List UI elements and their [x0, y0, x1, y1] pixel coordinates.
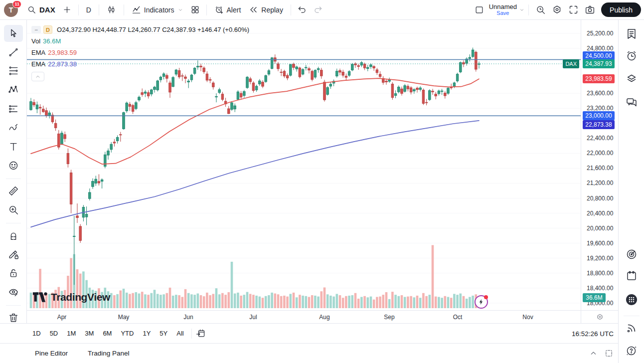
go-to-date-icon [196, 329, 205, 338]
volume-bar [246, 292, 249, 308]
sidebar-screener-button[interactable] [623, 245, 641, 263]
volume-bar [200, 295, 202, 308]
measure-tool[interactable] [4, 182, 23, 199]
save-link[interactable]: Save [496, 10, 509, 16]
magnet-tool[interactable] [4, 227, 23, 244]
compare-add-symbol-button[interactable] [59, 2, 75, 17]
redo-button[interactable] [310, 2, 325, 17]
forecast-tool[interactable] [4, 101, 23, 118]
chart-style-button[interactable] [103, 2, 120, 17]
publish-button[interactable]: Publish [601, 2, 641, 17]
fullscreen-button[interactable] [565, 2, 582, 17]
volume-bar [385, 292, 388, 308]
sidebar-chat-button[interactable] [623, 93, 641, 111]
candle-body [221, 94, 224, 100]
volume-bar [221, 293, 224, 308]
interval-label: D [86, 6, 91, 14]
volume-bar [422, 293, 425, 308]
replay-button[interactable]: Replay [245, 2, 287, 17]
time-axis[interactable]: AprMayJunJulAugSepOctNov [27, 310, 581, 323]
range-button-1m[interactable]: 1M [63, 328, 79, 339]
time-axis-label: May [118, 314, 130, 321]
undo-button[interactable] [295, 2, 310, 17]
range-button-1y[interactable]: 1Y [139, 328, 154, 339]
pattern-tool[interactable] [4, 81, 23, 98]
candle-body [268, 71, 270, 74]
timezone-clock[interactable]: 16:52:26 UTC [572, 330, 614, 337]
trading-panel-tab[interactable]: Trading Panel [84, 347, 134, 360]
volume-bar [438, 297, 440, 308]
candle-body [413, 89, 416, 91]
candle-body [135, 103, 138, 109]
trend-line-tool[interactable] [4, 44, 23, 61]
chart-settings-button[interactable] [549, 2, 565, 17]
sidebar-calendar-button[interactable] [623, 267, 641, 285]
alert-button[interactable]: Alert [210, 2, 245, 17]
volume-bar [166, 293, 168, 308]
lightning-boost-button[interactable] [475, 295, 488, 309]
legend-ema-slow-row[interactable]: EMA 22,873.38 [31, 58, 249, 70]
range-button-5y[interactable]: 5Y [156, 328, 171, 339]
maximize-panel-icon[interactable] [605, 349, 613, 358]
hide-drawings-tool[interactable] [4, 284, 23, 301]
sidebar-streams-button[interactable] [623, 319, 641, 337]
cursor-tool[interactable] [4, 25, 23, 42]
chevron-down-icon[interactable] [519, 7, 525, 13]
lock-drawings-tool[interactable] [4, 265, 23, 282]
text-tool[interactable] [4, 138, 23, 155]
interval-button[interactable]: D [82, 2, 95, 17]
volume-bar [113, 295, 116, 308]
range-button-6m[interactable]: 6M [99, 328, 115, 339]
quick-search-button[interactable] [532, 2, 549, 17]
legend-collapse-button[interactable] [31, 72, 44, 81]
volume-bar [212, 294, 215, 308]
layout-name-button[interactable]: Unnamed Save [487, 3, 519, 16]
range-button-ytd[interactable]: YTD [117, 328, 137, 339]
legend-ema-fast-row[interactable]: EMA 23,983.59 [31, 47, 249, 58]
layout-select-button[interactable] [472, 2, 487, 17]
candle-body [429, 91, 431, 100]
candle-body [36, 105, 38, 109]
drawing-toolbar [0, 20, 27, 323]
volume-bar [64, 290, 66, 308]
volume-bar [391, 292, 394, 308]
time-axis-label: Aug [319, 314, 329, 321]
indicators-button[interactable]: Indicators [128, 2, 187, 17]
price-axis-settings[interactable] [581, 310, 618, 323]
indicator-templates-button[interactable] [187, 2, 203, 17]
user-avatar[interactable]: T 11 [4, 3, 18, 17]
go-to-date-button[interactable] [196, 329, 205, 338]
fib-retracement-tool[interactable] [4, 62, 23, 79]
sidebar-alerts-button[interactable] [623, 47, 641, 65]
zoom-in-tool[interactable] [4, 201, 23, 218]
volume-bar [33, 294, 35, 308]
legend-interval-badge[interactable]: D [43, 25, 52, 34]
sidebar-object-tree-button[interactable] [623, 69, 641, 87]
candle-body [129, 104, 131, 107]
chart-pane[interactable]: − D O24,372.90 H24,448.77 L24,260.77 C24… [27, 20, 581, 310]
candle-body [401, 89, 403, 93]
sidebar-apps-grid-button[interactable] [623, 291, 641, 309]
sidebar-watchlist-button[interactable] [623, 25, 641, 43]
volume-bar [193, 295, 196, 308]
brush-tool[interactable] [4, 119, 23, 136]
candle-body [138, 97, 141, 100]
pine-editor-tab[interactable]: Pine Editor [31, 347, 72, 360]
range-button-1d[interactable]: 1D [29, 328, 44, 339]
symbol-search-button[interactable]: DAX [23, 2, 59, 17]
legend-volume-row[interactable]: Vol 36.6M [31, 35, 249, 47]
candle-body [329, 84, 332, 86]
camera-icon [585, 4, 595, 15]
price-axis[interactable]: 25,200.0024,800.0023,600.0023,200.0022,4… [581, 20, 618, 310]
volume-bar [58, 287, 60, 308]
sidebar-help-button[interactable] [623, 342, 641, 360]
expand-panel-chevron-icon[interactable] [589, 349, 598, 358]
volume-bar [323, 287, 326, 308]
range-button-3m[interactable]: 3M [81, 328, 97, 339]
range-button-all[interactable]: All [173, 328, 187, 339]
legend-minimize-button[interactable]: − [31, 26, 41, 33]
snapshot-button[interactable] [582, 2, 598, 17]
emoji-tool[interactable] [4, 157, 23, 174]
range-button-5d[interactable]: 5D [46, 328, 62, 339]
drawing-sync-tool[interactable] [4, 246, 23, 263]
